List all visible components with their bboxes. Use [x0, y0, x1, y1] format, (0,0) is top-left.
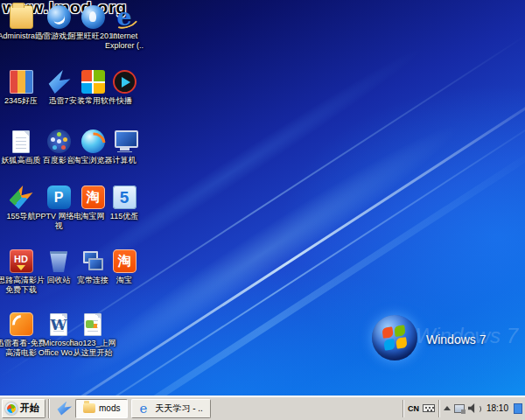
- icon-label: 快播: [98, 96, 150, 106]
- computer-icon: [113, 130, 136, 153]
- windows-flag-icon: [382, 325, 407, 350]
- windows-orb-logo: [372, 315, 417, 360]
- windows7-branding: Windows 7 Windows 7: [356, 304, 518, 374]
- xunlei7-bird-icon: [47, 70, 71, 94]
- start-flag-icon: [5, 402, 18, 415]
- xunlei-game-box-icon: [47, 5, 71, 29]
- icon-label: Internet Explorer (..: [98, 32, 150, 51]
- hao123-icon: [84, 313, 102, 336]
- language-indicator[interactable]: CN: [408, 404, 419, 413]
- internet-explorer-icon: [139, 402, 151, 416]
- broadband-icon: [81, 249, 105, 273]
- aliwangwang-icon: [81, 5, 105, 29]
- desktop-screen: www.lmod.org Administrator 迅雷游戏盒子 阿里旺旺20…: [0, 0, 525, 420]
- windows7-title: Windows 7: [426, 332, 486, 346]
- haozip-icon: [10, 70, 33, 94]
- taobao-icon: [81, 186, 105, 209]
- folder-icon: [83, 403, 95, 413]
- start-button[interactable]: 开始: [2, 399, 46, 418]
- taskbar-button-mods[interactable]: mods: [75, 399, 128, 418]
- nav-bird-icon: [10, 186, 33, 209]
- internet-explorer-icon: [113, 5, 136, 29]
- task-button-label: mods: [99, 403, 120, 413]
- taobao-browser-icon: [81, 130, 105, 153]
- icon-label: 淘宝: [98, 276, 150, 285]
- volume-icon[interactable]: [468, 402, 481, 415]
- show-desktop-button[interactable]: [514, 403, 522, 414]
- word-icon: [50, 313, 67, 336]
- text-document-icon: [12, 130, 30, 153]
- show-hidden-icons-chevron[interactable]: [444, 406, 451, 410]
- recycle-bin-icon: [50, 250, 67, 272]
- tray-separator: [438, 400, 440, 417]
- taskbar-separator: [48, 399, 50, 418]
- taobao-icon: [113, 249, 136, 273]
- input-keyboard-icon[interactable]: [423, 404, 435, 412]
- task-button-label: 天天学习 - ..: [155, 402, 202, 415]
- xunlei-bird-icon[interactable]: [56, 402, 72, 416]
- desktop-icon-qvod[interactable]: 快播: [106, 70, 143, 106]
- taskbar: 开始 mods 天天学习 - .. CN 18:10: [0, 396, 525, 420]
- baidu-player-icon: [47, 130, 71, 153]
- icon-label: hao123_上网 从这里开始: [66, 339, 119, 358]
- desktop-icon-115-udan[interactable]: 115优蛋: [106, 186, 143, 221]
- icon-label: 115优蛋: [98, 212, 150, 221]
- pptv-icon: [47, 186, 71, 209]
- desktop-icon-hd-movies[interactable]: 思路高清影片 免费下载: [3, 249, 39, 295]
- desktop-icon-pptv[interactable]: PPTV 网络电 视: [40, 186, 77, 231]
- clock[interactable]: 18:10: [485, 403, 510, 413]
- qvod-player-icon: [113, 70, 136, 94]
- software-installer-icon: [81, 70, 105, 94]
- desktop-icon-hao123[interactable]: hao123_上网 从这里开始: [74, 312, 111, 358]
- network-icon[interactable]: [454, 404, 465, 413]
- system-tray: CN 18:10: [402, 396, 525, 420]
- hd-movies-icon: [10, 249, 33, 273]
- start-label: 开始: [20, 402, 39, 415]
- 115-udan-icon: [113, 186, 136, 209]
- desktop-icon-computer[interactable]: 计算机: [106, 130, 143, 165]
- desktop-icon-taobao[interactable]: 淘宝: [106, 249, 143, 285]
- taskbar-button-browser[interactable]: 天天学习 - ..: [131, 399, 210, 418]
- desktop-icon-internet-explorer[interactable]: Internet Explorer (..: [106, 5, 143, 51]
- tray-separator: [402, 400, 404, 417]
- icon-label: 计算机: [98, 156, 150, 165]
- user-folder-icon: [10, 5, 33, 29]
- xunlei-kankan-icon: [10, 312, 33, 336]
